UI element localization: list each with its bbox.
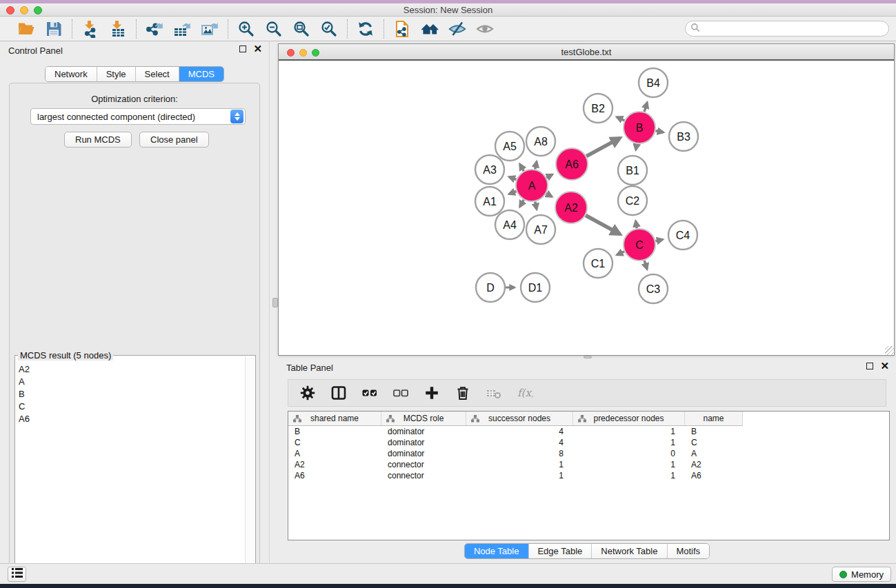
column-header-successor-nodes[interactable]: successor nodes xyxy=(466,412,573,426)
delete-icon[interactable] xyxy=(453,383,472,403)
table-cell[interactable]: connector xyxy=(381,459,466,470)
graph-node-C3[interactable]: C3 xyxy=(639,274,668,303)
table-row[interactable]: Adominator80A xyxy=(288,448,889,459)
tab-motifs[interactable]: Motifs xyxy=(667,544,709,558)
zoom-out-icon[interactable] xyxy=(263,19,284,39)
table-row[interactable]: A6connector11A6 xyxy=(288,470,889,481)
graph-node-A3[interactable]: A3 xyxy=(475,155,504,184)
graph-node-A2[interactable]: A2 xyxy=(555,192,587,223)
criterion-dropdown[interactable]: largest connected component (directed) xyxy=(30,108,246,125)
graph-node-A8[interactable]: A8 xyxy=(526,127,555,156)
graph-edge-B-B1[interactable] xyxy=(636,144,637,150)
result-scrollbar[interactable] xyxy=(245,356,255,587)
graph-node-D1[interactable]: D1 xyxy=(521,273,550,302)
graph-edge-A-A6[interactable] xyxy=(546,174,552,178)
graph-node-A4[interactable]: A4 xyxy=(495,210,524,239)
show-panel-icon[interactable] xyxy=(475,19,495,39)
task-history-button[interactable] xyxy=(8,567,26,582)
save-session-icon[interactable] xyxy=(43,19,64,39)
table-cell[interactable]: A2 xyxy=(288,459,381,470)
tab-node-table[interactable]: Node Table xyxy=(465,544,529,558)
graph-edge-A-A3[interactable] xyxy=(509,177,516,180)
tab-edge-table[interactable]: Edge Table xyxy=(528,544,592,558)
search-input[interactable] xyxy=(700,23,888,35)
graph-edge-A-A5[interactable] xyxy=(520,164,524,171)
import-network-icon[interactable] xyxy=(80,19,101,39)
result-item[interactable]: A xyxy=(15,375,244,387)
memory-button[interactable]: Memory xyxy=(832,567,891,582)
graph-node-C4[interactable]: C4 xyxy=(668,221,697,250)
float-table-panel-icon[interactable] xyxy=(866,363,873,369)
deselect-all-icon[interactable] xyxy=(391,383,410,403)
table-cell[interactable]: 1 xyxy=(466,459,573,470)
table-cell[interactable]: 0 xyxy=(573,448,685,459)
table-row[interactable]: Cdominator41C xyxy=(288,437,889,448)
table-cell[interactable]: C xyxy=(685,437,743,448)
table-cell[interactable]: dominator xyxy=(381,426,466,437)
graph-node-A6[interactable]: A6 xyxy=(556,148,588,180)
zoom-selected-icon[interactable] xyxy=(319,19,339,39)
table-cell[interactable]: dominator xyxy=(381,448,466,459)
table-cell[interactable]: A6 xyxy=(288,470,381,481)
graph-edge-C-C2[interactable] xyxy=(636,221,637,229)
graph-node-A7[interactable]: A7 xyxy=(526,215,555,244)
result-item[interactable]: B xyxy=(15,387,244,400)
gear-icon[interactable] xyxy=(298,383,317,403)
graph-node-B3[interactable]: B3 xyxy=(669,122,698,151)
tab-style[interactable]: Style xyxy=(97,67,136,81)
refresh-icon[interactable] xyxy=(355,19,376,39)
home-icon[interactable] xyxy=(419,19,440,39)
graph-node-B2[interactable]: B2 xyxy=(584,94,613,123)
table-cell[interactable]: B xyxy=(685,426,743,437)
table-cell[interactable]: B xyxy=(288,426,381,437)
export-network-icon[interactable] xyxy=(144,19,165,39)
graph-node-C1[interactable]: C1 xyxy=(584,249,613,278)
column-header-MCDS-role[interactable]: MCDS role xyxy=(381,412,466,426)
import-table-icon[interactable] xyxy=(108,19,128,39)
graph-edge-B-B4[interactable] xyxy=(644,103,647,112)
network-canvas[interactable]: B4B2BB3A5A8A6A3AB1A1A2C2A4A7C4CC1DD1C3 xyxy=(279,62,894,355)
table-cell[interactable]: 4 xyxy=(466,426,573,437)
graph-edge-C-C3[interactable] xyxy=(644,261,647,270)
table-cell[interactable]: 1 xyxy=(573,459,685,470)
run-mcds-button[interactable]: Run MCDS xyxy=(64,132,132,148)
resize-grip[interactable] xyxy=(885,346,894,355)
table-cell[interactable]: 8 xyxy=(466,448,573,459)
hide-panel-icon[interactable] xyxy=(447,19,468,39)
graph-edge-A-A2[interactable] xyxy=(546,194,552,197)
graph-node-B4[interactable]: B4 xyxy=(639,68,668,97)
graph-edge-A6-B[interactable] xyxy=(586,138,620,156)
graph-edge-A-A1[interactable] xyxy=(509,192,516,194)
graph-edge-A2-C[interactable] xyxy=(586,216,620,234)
table-cell[interactable]: A xyxy=(685,448,743,459)
table-row[interactable]: Bdominator41B xyxy=(288,426,889,437)
graph-node-B[interactable]: B xyxy=(624,112,655,143)
graph-edge-C-C1[interactable] xyxy=(617,252,624,255)
tab-select[interactable]: Select xyxy=(136,67,179,81)
zoom-in-icon[interactable] xyxy=(236,19,257,39)
result-item[interactable]: C xyxy=(15,400,244,412)
open-session-icon[interactable] xyxy=(16,19,37,39)
table-cell[interactable]: A xyxy=(288,448,381,459)
columns-icon[interactable] xyxy=(329,383,348,403)
close-table-panel-icon[interactable]: ✕ xyxy=(880,363,889,369)
search-field[interactable] xyxy=(685,21,889,37)
close-panel-button[interactable]: Close panel xyxy=(139,132,209,148)
tab-mcds[interactable]: MCDS xyxy=(179,67,223,81)
graph-node-A5[interactable]: A5 xyxy=(495,132,524,161)
export-image-icon[interactable] xyxy=(199,19,220,39)
graph-edge-A-A4[interactable] xyxy=(520,200,524,207)
close-panel-icon[interactable]: ✕ xyxy=(253,45,262,52)
graph-node-A[interactable]: A xyxy=(516,170,548,201)
table-cell[interactable]: 1 xyxy=(573,437,685,448)
table-row[interactable]: A2connector11A2 xyxy=(288,459,889,470)
table-cell[interactable]: 1 xyxy=(573,426,685,437)
table-cell[interactable]: dominator xyxy=(381,437,466,448)
zoom-fit-icon[interactable] xyxy=(291,19,312,39)
table-cell[interactable]: A6 xyxy=(685,470,743,481)
graph-edge-A-A7[interactable] xyxy=(535,202,537,210)
result-item[interactable]: A2 xyxy=(15,363,244,375)
graph-node-D[interactable]: D xyxy=(476,273,505,302)
tab-network-table[interactable]: Network Table xyxy=(592,544,667,558)
table-cell[interactable]: 1 xyxy=(573,470,685,481)
